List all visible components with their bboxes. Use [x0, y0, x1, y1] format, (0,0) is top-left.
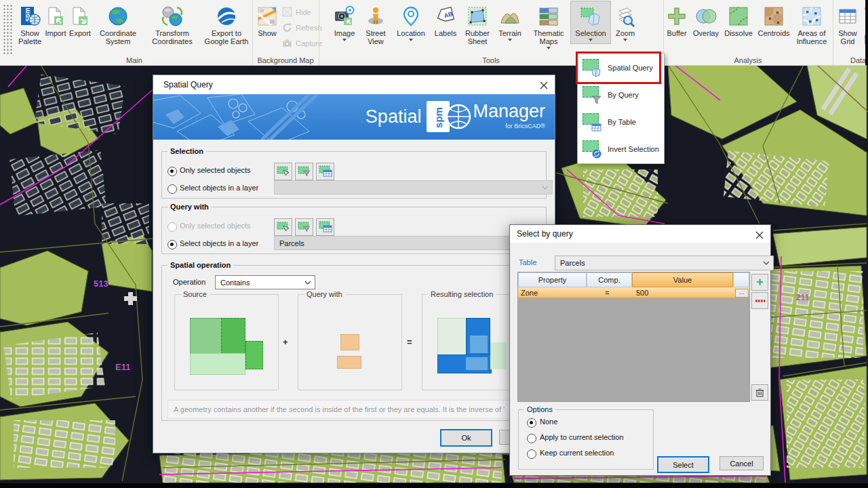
brand-manager: Manager — [473, 101, 545, 121]
location-button[interactable]: Location — [392, 1, 430, 43]
invert-selection-icon — [583, 140, 601, 159]
image-button[interactable]: Image — [330, 1, 359, 43]
group-label-analysis: Analysis — [663, 56, 833, 64]
ribbon-group-data: Show Grid Data — [833, 0, 868, 65]
street-view-button[interactable]: Street View — [359, 1, 392, 45]
filter-objects-button[interactable] — [295, 218, 313, 236]
filter-objects-button[interactable] — [295, 163, 313, 180]
table-combo[interactable]: Parcels — [555, 256, 774, 270]
rubber-sheet-button[interactable]: Rubber Sheet — [461, 1, 494, 45]
export-google-earth-button[interactable]: Export to Google Earth — [201, 1, 252, 45]
close-icon[interactable] — [754, 230, 764, 240]
ribbon-group-background-map: Show Hide Refresh Capture Background Map — [252, 0, 319, 65]
close-icon[interactable] — [538, 80, 549, 90]
radio-none[interactable] — [527, 418, 536, 428]
centroids-button[interactable]: Centroids — [755, 1, 792, 37]
remove-condition-button[interactable] — [751, 292, 768, 309]
brand-sub: for BricsCAD® — [505, 123, 545, 129]
result-shape — [466, 357, 488, 370]
import-button[interactable]: Import — [43, 1, 68, 37]
image-camera-icon — [334, 4, 355, 28]
minus-icon — [755, 300, 765, 302]
export-button[interactable]: Export — [68, 1, 92, 37]
transform-globes-icon — [161, 4, 183, 28]
selection-groupbox: Selection Only selected objects Select o… — [161, 151, 547, 199]
labels-button[interactable]: AB Labels — [430, 1, 461, 37]
selection-button[interactable]: Selection — [571, 1, 610, 43]
show-grid-button[interactable]: Show Grid — [833, 1, 863, 45]
bgmap-show-button[interactable]: Show — [254, 1, 281, 37]
pick-objects-button[interactable] — [274, 163, 292, 180]
menu-item-by-query[interactable]: By Query — [578, 81, 664, 108]
window-edge-strip — [865, 0, 868, 65]
dropdown-caret — [623, 39, 627, 43]
coordinate-system-button[interactable]: Coordinate System — [92, 1, 144, 45]
globe-icon — [107, 4, 129, 28]
by-query-icon — [583, 85, 601, 104]
operation-combo[interactable]: Contains — [215, 275, 315, 289]
brand-spatial: Spatial — [366, 106, 422, 127]
add-condition-button[interactable]: + — [751, 274, 768, 291]
refresh-icon — [282, 22, 292, 33]
areas-influence-icon — [801, 4, 823, 28]
radio-keep-current[interactable] — [527, 449, 536, 459]
column-header-property[interactable]: Property — [518, 272, 587, 287]
thematic-maps-button[interactable]: Thematic Maps — [526, 1, 571, 52]
rubber-sheet-icon — [467, 4, 488, 28]
buffer-icon — [666, 4, 688, 28]
terrain-button[interactable]: Terrain — [494, 1, 526, 43]
window-edge-strip-bottom — [0, 483, 868, 488]
thematic-bars-icon — [538, 4, 559, 28]
spatial-operation-groupbox: Spatial operation Operation Contains Sou… — [161, 265, 547, 421]
query-with-groupbox: Query with Only selected objects Select … — [161, 207, 547, 254]
select-by-query-titlebar[interactable]: Select by query — [510, 225, 770, 243]
show-palette-button[interactable]: spm Show Palette — [16, 1, 43, 45]
table-objects-button[interactable] — [316, 163, 334, 180]
hide-icon — [282, 7, 292, 17]
column-header-comp[interactable]: Comp. — [587, 272, 632, 287]
value-ellipsis-button[interactable]: ... — [735, 289, 749, 298]
ribbon-toolbar: spm Show Palette Import — [0, 0, 865, 66]
radio-select-layer[interactable] — [167, 240, 177, 249]
zoom-button[interactable]: Zoom — [610, 1, 640, 43]
column-header-value[interactable]: Value — [632, 272, 733, 287]
source-shape — [245, 341, 263, 369]
spatial-query-dialog: Spatial Query Spatial — [153, 75, 555, 453]
radio-only-selected[interactable] — [167, 167, 177, 176]
menu-item-invert-selection[interactable]: Invert Selection — [578, 136, 664, 163]
radio-only-selected-disabled — [167, 222, 177, 232]
zoom-layers-icon — [614, 4, 636, 28]
dissolve-button[interactable]: Dissolve — [722, 1, 755, 37]
group-label-background-map: Background Map — [252, 56, 319, 64]
ribbon-group-main: spm Show Palette Import — [16, 0, 253, 65]
overlay-button[interactable]: Overlay — [690, 1, 722, 37]
equals-operator: = — [407, 337, 412, 347]
select-button[interactable]: Select — [657, 456, 709, 473]
import-icon — [45, 4, 66, 28]
ribbon-grip[interactable] — [3, 4, 14, 54]
dialog-title: Select by query — [517, 229, 573, 239]
buffer-button[interactable]: Buffer — [663, 1, 690, 37]
grid-table-icon — [837, 4, 859, 28]
group-label-main: Main — [16, 56, 252, 64]
clear-all-button[interactable] — [751, 384, 768, 401]
dissolve-icon — [728, 4, 749, 28]
menu-item-by-table[interactable]: By Table — [578, 108, 664, 136]
table-label: Table — [519, 258, 536, 266]
areas-of-influence-button[interactable]: Areas of Influence — [792, 1, 831, 45]
ok-button[interactable]: Ok — [440, 429, 492, 447]
dropdown-caret — [589, 39, 593, 43]
table-objects-button[interactable] — [316, 218, 334, 236]
annotation-highlight-box — [576, 52, 661, 84]
transform-coordinates-button[interactable]: Transform Coordinates — [144, 1, 201, 45]
pick-objects-button[interactable] — [274, 218, 292, 236]
dropdown-caret — [508, 39, 512, 43]
dialog-title: Spatial Query — [163, 80, 213, 89]
query-row[interactable]: Zone = 500 ... — [518, 287, 749, 298]
spatial-query-titlebar[interactable]: Spatial Query — [153, 75, 555, 94]
radio-select-layer[interactable] — [167, 184, 177, 194]
source-illustration-box: Source — [174, 294, 279, 390]
radio-apply-current[interactable] — [527, 434, 536, 443]
cancel-button[interactable]: Cancel — [719, 456, 764, 470]
source-shape — [221, 318, 245, 354]
